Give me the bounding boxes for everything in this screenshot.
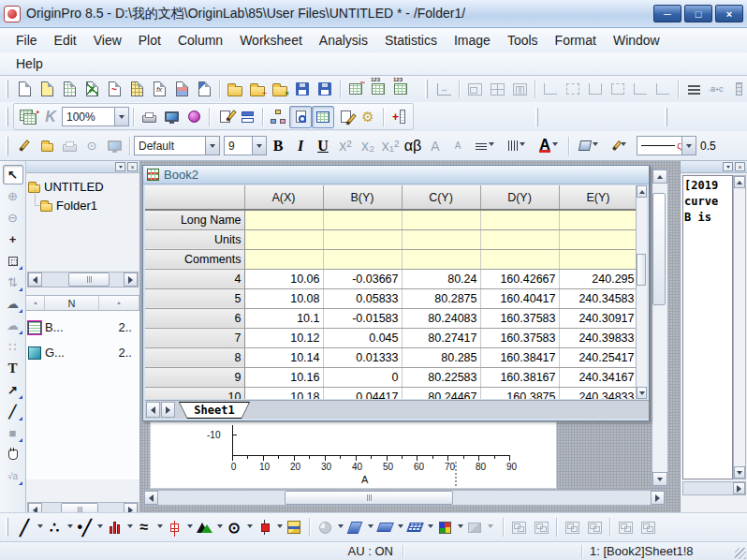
data-cell[interactable]: 10.12 (244, 328, 323, 347)
data-cell[interactable]: 0.04417 (323, 387, 402, 399)
import-wizard-icon[interactable]: ~ (344, 78, 367, 100)
data-cell[interactable]: 160.40417 (480, 288, 559, 308)
row-header[interactable]: 6 (145, 308, 244, 328)
new-project-icon[interactable] (13, 78, 36, 100)
column-header[interactable]: E(Y) (559, 185, 637, 210)
axes-box-dashed-icon[interactable] (562, 78, 584, 100)
dock-menu-icon[interactable] (115, 162, 125, 171)
row-header[interactable]: 10 (145, 387, 244, 399)
font-family-dropdown-button[interactable] (205, 137, 219, 155)
scroll-down-icon[interactable] (734, 466, 745, 479)
add-new-columns-icon[interactable]: + (388, 106, 410, 128)
draw-data-icon[interactable]: ∷ (3, 337, 23, 357)
font-color-dropdown[interactable]: A (533, 135, 564, 157)
messages-vscrollbar[interactable] (733, 175, 746, 479)
font-family-select[interactable]: Default (134, 136, 220, 155)
insert-equation-icon[interactable]: √a (3, 466, 23, 486)
import-single-ascii-icon[interactable]: 123 (367, 78, 389, 100)
data-cell[interactable]: 80.2875 (402, 288, 480, 308)
label-cell[interactable] (323, 210, 402, 229)
mask-range-icon[interactable]: ☁ (3, 294, 23, 314)
label-cell[interactable] (244, 210, 323, 229)
label-cell[interactable] (480, 229, 559, 249)
superscript-button[interactable]: x² (334, 135, 357, 157)
data-cell[interactable]: 160.37583 (480, 328, 559, 347)
scroll-left-icon[interactable] (144, 491, 158, 505)
toolbar-drag-handle[interactable] (665, 108, 667, 126)
data-cell[interactable]: 10.08 (244, 288, 323, 308)
label-cell[interactable] (480, 210, 559, 229)
titlebar[interactable]: OriginPro 8.5 - D:\我的文档\OriginLab\85\Use… (0, 0, 747, 28)
tab-scroll-left-icon[interactable] (146, 402, 160, 418)
color-scale-icon[interactable] (727, 78, 747, 100)
data-cell[interactable]: 80.285 (402, 347, 480, 367)
four-layer-icon[interactable] (486, 78, 508, 100)
label-cell[interactable] (402, 249, 480, 269)
new-matrix-icon[interactable] (125, 78, 148, 100)
regional-data-selector-icon[interactable] (3, 251, 23, 271)
project-explorer-header[interactable]: × (26, 161, 139, 173)
align-left-icon[interactable] (507, 516, 530, 538)
column-plot-icon[interactable] (103, 516, 125, 538)
scroll-up-icon[interactable] (637, 185, 647, 198)
new-layout-icon[interactable] (170, 78, 193, 100)
3d-pie-icon[interactable] (314, 516, 336, 538)
data-cell[interactable]: 240.34833 (559, 387, 637, 399)
line-style-dropdown-button[interactable] (681, 137, 696, 155)
3d-wireframe-icon[interactable] (403, 516, 426, 538)
data-cell[interactable]: 80.24467 (402, 387, 480, 399)
label-cell[interactable] (559, 210, 637, 229)
edit-mode-icon[interactable] (13, 135, 36, 157)
label-cell[interactable] (559, 229, 637, 249)
rescale-axes-icon[interactable]: ↔ (432, 78, 455, 100)
axes-open-top-icon[interactable] (584, 78, 607, 100)
zoom-out-tool-icon[interactable]: ⊖ (3, 208, 23, 228)
label-row-header[interactable]: Comments (145, 249, 244, 269)
line-symbol-plot-icon[interactable]: •╱ (73, 516, 95, 538)
data-cell[interactable]: 10.1 (244, 308, 323, 328)
font-size-select[interactable]: 9 (224, 136, 267, 155)
single-layer-icon[interactable] (463, 78, 486, 100)
custom-routine-icon[interactable] (183, 106, 205, 128)
print-preview-icon[interactable] (58, 135, 81, 157)
maximize-button[interactable]: □ (684, 5, 712, 22)
data-cell[interactable]: 80.24083 (402, 308, 480, 328)
menu-item[interactable]: Plot (130, 30, 169, 51)
print-icon[interactable] (138, 106, 160, 128)
project-explorer-toggle-icon[interactable] (267, 106, 289, 128)
toolbar-drag-handle[interactable] (6, 137, 8, 155)
data-cell[interactable]: 80.22583 (402, 367, 480, 387)
axes-frame-icon[interactable] (607, 78, 629, 100)
menu-item[interactable]: Tools (499, 30, 547, 51)
stacked-layer-icon[interactable] (508, 78, 531, 100)
import-multiple-ascii-icon[interactable]: 123 (389, 78, 412, 100)
box-plot-icon[interactable] (163, 516, 185, 538)
distribute-v-icon[interactable] (637, 516, 659, 538)
increase-font-button[interactable]: A (424, 135, 447, 157)
resize-grip-icon[interactable] (735, 548, 746, 559)
zoom-in-tool-icon[interactable]: ⊕ (3, 186, 23, 206)
screen-reader-tool-icon[interactable]: + (3, 229, 23, 249)
row-header[interactable]: 9 (145, 367, 244, 387)
list-item-graph1[interactable]: G... 2.. (28, 340, 138, 365)
menu-item[interactable]: Window (605, 30, 668, 51)
column-header[interactable]: B(Y) (323, 185, 402, 210)
toolbar-drag-handle[interactable] (6, 80, 8, 98)
scrollbar-thumb[interactable] (637, 254, 646, 286)
polar-plot-icon[interactable]: ⊙ (223, 516, 245, 538)
scroll-down-icon[interactable] (637, 387, 647, 399)
dock-close-icon[interactable]: × (735, 162, 745, 171)
text-tool-icon[interactable]: T (3, 359, 23, 378)
data-cell[interactable]: 10.06 (244, 269, 323, 288)
duplicate-window-icon[interactable]: • (17, 106, 39, 128)
data-cell[interactable]: 240.30917 (559, 308, 637, 328)
data-cell[interactable]: 10.18 (244, 387, 323, 399)
pointer-tool-icon[interactable]: ↖ (3, 165, 23, 184)
move-data-points-icon[interactable]: ⇅ (3, 273, 23, 292)
3d-surface-icon[interactable] (374, 516, 396, 538)
sort-column-icon[interactable] (99, 296, 139, 310)
data-cell[interactable]: 0.05833 (323, 288, 402, 308)
scroll-up-icon[interactable] (652, 169, 667, 184)
open-template-icon[interactable]: ~ (246, 78, 269, 100)
axis-titles-icon[interactable]: -B+C (705, 78, 727, 100)
